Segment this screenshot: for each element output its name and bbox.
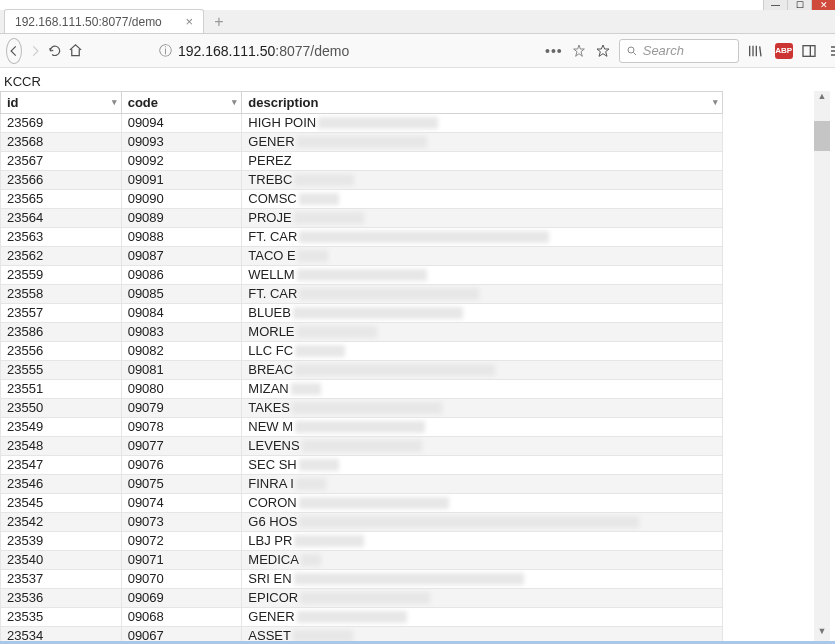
- table-row[interactable]: 2354609075FINRA I: [1, 475, 723, 494]
- page-actions-icon[interactable]: •••: [545, 43, 563, 59]
- cell-code: 09077: [121, 437, 242, 456]
- cell-code: 09078: [121, 418, 242, 437]
- table-row[interactable]: 2355009079TAKES: [1, 399, 723, 418]
- column-header-code[interactable]: code ▾: [121, 92, 242, 114]
- adblock-icon[interactable]: ABP: [775, 43, 793, 59]
- redacted-text: [300, 592, 430, 604]
- table-row[interactable]: 2354209073G6 HOS: [1, 513, 723, 532]
- bookmark-star-icon[interactable]: [595, 43, 611, 59]
- sort-icon[interactable]: ▾: [232, 97, 237, 107]
- column-header-description[interactable]: description ▾: [242, 92, 723, 114]
- forward-button[interactable]: [28, 38, 42, 64]
- table-row[interactable]: 2356209087TACO E: [1, 247, 723, 266]
- maximize-button[interactable]: ☐: [787, 0, 811, 10]
- cell-description: GENER: [242, 608, 723, 627]
- table-row[interactable]: 2353909072LBJ PR: [1, 532, 723, 551]
- menu-button[interactable]: [829, 43, 835, 59]
- table-row[interactable]: 2355909086WELLM: [1, 266, 723, 285]
- table-row[interactable]: 2356309088FT. CAR: [1, 228, 723, 247]
- reload-button[interactable]: [48, 38, 62, 64]
- cell-code: 09071: [121, 551, 242, 570]
- hamburger-icon: [829, 43, 835, 59]
- table-row[interactable]: 2356809093GENER: [1, 133, 723, 152]
- cell-code: 09091: [121, 171, 242, 190]
- home-button[interactable]: [68, 38, 83, 64]
- redacted-text: [291, 383, 321, 395]
- cell-description: MEDICA: [242, 551, 723, 570]
- cell-code: 09069: [121, 589, 242, 608]
- url-text: 192.168.111.50:8077/demo: [178, 43, 349, 59]
- cell-code: 09086: [121, 266, 242, 285]
- redacted-text: [297, 136, 427, 148]
- scroll-thumb[interactable]: [814, 121, 830, 151]
- table-row[interactable]: 2353609069EPICOR: [1, 589, 723, 608]
- redacted-text: [294, 174, 354, 186]
- table-row[interactable]: 2355109080MIZAN: [1, 380, 723, 399]
- sidebar-icon[interactable]: [801, 43, 821, 59]
- scroll-up-icon[interactable]: ▲: [814, 91, 830, 107]
- vertical-scrollbar[interactable]: ▲ ▼: [814, 91, 830, 641]
- cell-code: 09068: [121, 608, 242, 627]
- minimize-button[interactable]: —: [763, 0, 787, 10]
- cell-description: LEVENS: [242, 437, 723, 456]
- redacted-text: [294, 573, 524, 585]
- table-row[interactable]: 2358609083MORLE: [1, 323, 723, 342]
- table-row[interactable]: 2355509081BREAC: [1, 361, 723, 380]
- sort-icon[interactable]: ▾: [112, 97, 117, 107]
- sort-icon[interactable]: ▾: [713, 97, 718, 107]
- cell-description: LLC FC: [242, 342, 723, 361]
- table-row[interactable]: 2354709076SEC SH: [1, 456, 723, 475]
- cell-id: 23567: [1, 152, 122, 171]
- table-row[interactable]: 2354009071MEDICA: [1, 551, 723, 570]
- table-row[interactable]: 2355609082LLC FC: [1, 342, 723, 361]
- address-bar[interactable]: ⓘ 192.168.111.50:8077/demo: [159, 42, 539, 60]
- svg-point-0: [628, 47, 634, 53]
- library-icon[interactable]: [747, 43, 767, 59]
- table-row[interactable]: 2356409089PROJE: [1, 209, 723, 228]
- tab-strip: 192.168.111.50:8077/demo × +: [0, 10, 835, 34]
- table-row[interactable]: 2353409067ASSET: [1, 627, 723, 642]
- redacted-text: [293, 630, 353, 641]
- cell-id: 23540: [1, 551, 122, 570]
- close-tab-icon[interactable]: ×: [185, 14, 193, 29]
- scroll-down-icon[interactable]: ▼: [814, 626, 830, 641]
- cell-description: HIGH POIN: [242, 114, 723, 133]
- cell-code: 09067: [121, 627, 242, 642]
- table-row[interactable]: 2354509074CORON: [1, 494, 723, 513]
- cell-id: 23556: [1, 342, 122, 361]
- cell-description: COMSC: [242, 190, 723, 209]
- redacted-text: [299, 497, 449, 509]
- table-row[interactable]: 2356709092PEREZ: [1, 152, 723, 171]
- cell-description: NEW M: [242, 418, 723, 437]
- table-row[interactable]: 2353509068GENER: [1, 608, 723, 627]
- cell-id: 23551: [1, 380, 122, 399]
- table-row[interactable]: 2354809077LEVENS: [1, 437, 723, 456]
- info-icon[interactable]: ⓘ: [159, 42, 172, 60]
- reader-icon[interactable]: [571, 43, 587, 59]
- search-icon: [626, 45, 638, 57]
- table-row[interactable]: 2355809085FT. CAR: [1, 285, 723, 304]
- table-row[interactable]: 2353709070SRI EN: [1, 570, 723, 589]
- cell-description: CORON: [242, 494, 723, 513]
- search-box[interactable]: Search: [619, 39, 739, 63]
- redacted-text: [297, 611, 407, 623]
- column-header-id[interactable]: id ▾: [1, 92, 122, 114]
- browser-tab[interactable]: 192.168.111.50:8077/demo ×: [4, 9, 204, 33]
- table-row[interactable]: 2355709084BLUEB: [1, 304, 723, 323]
- table-row[interactable]: 2356509090COMSC: [1, 190, 723, 209]
- back-button[interactable]: [6, 38, 22, 64]
- table-row[interactable]: 2356609091TREBC: [1, 171, 723, 190]
- redacted-text: [297, 269, 427, 281]
- cell-id: 23559: [1, 266, 122, 285]
- new-tab-button[interactable]: +: [208, 13, 230, 33]
- close-window-button[interactable]: ✕: [811, 0, 835, 10]
- table-row[interactable]: 2354909078NEW M: [1, 418, 723, 437]
- redacted-text: [299, 288, 479, 300]
- arrow-left-icon: [7, 44, 21, 58]
- table-row[interactable]: 2356909094HIGH POIN: [1, 114, 723, 133]
- redacted-text: [298, 250, 328, 262]
- cell-code: 09085: [121, 285, 242, 304]
- cell-code: 09083: [121, 323, 242, 342]
- cell-description: TAKES: [242, 399, 723, 418]
- cell-description: MORLE: [242, 323, 723, 342]
